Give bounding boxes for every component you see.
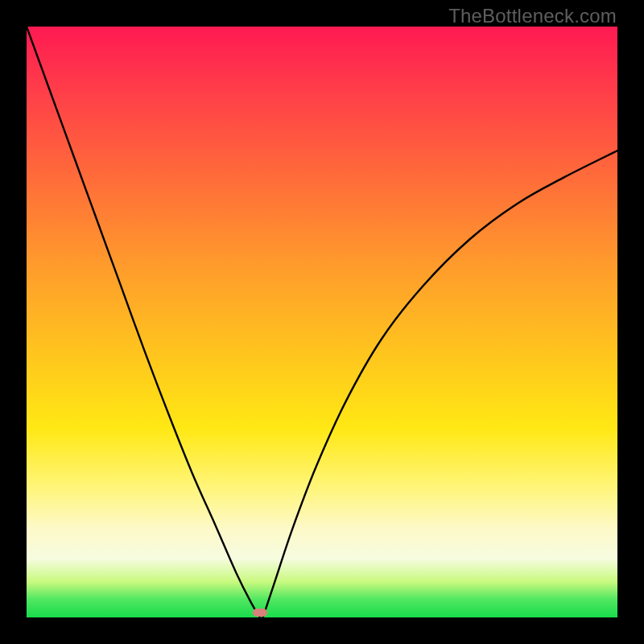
plot-area bbox=[27, 27, 617, 617]
chart-frame: TheBottleneck.com bbox=[0, 0, 644, 644]
curve-left-branch bbox=[27, 27, 260, 617]
curve-right-branch bbox=[263, 151, 617, 617]
optimum-marker bbox=[253, 609, 267, 617]
bottleneck-curve bbox=[27, 27, 617, 617]
watermark-text: TheBottleneck.com bbox=[448, 5, 617, 27]
